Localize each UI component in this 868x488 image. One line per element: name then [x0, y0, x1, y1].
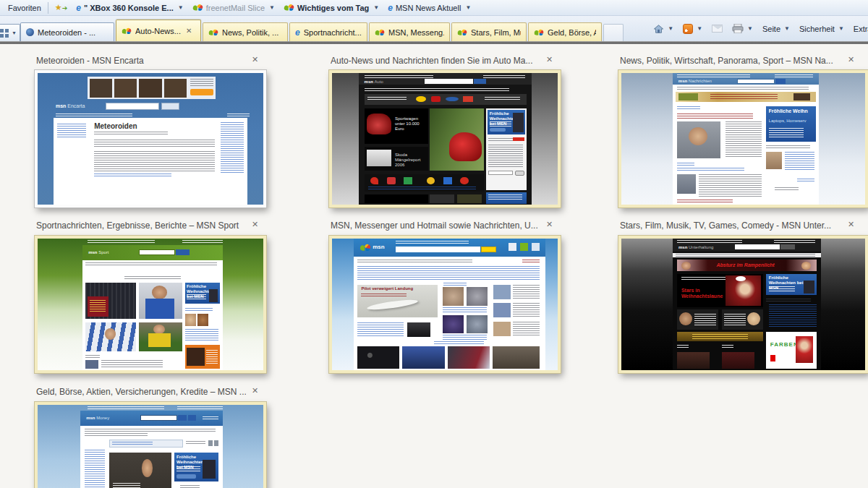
bottom-photo — [448, 346, 490, 369]
ad-button — [490, 128, 506, 132]
main-story: Stars in Weihnachtslaune — [677, 274, 763, 307]
page-menu-button[interactable]: Seite ▼ — [760, 23, 792, 35]
close-thumbnail-icon[interactable]: ✕ — [252, 220, 258, 229]
thumbnail-title: Sportnachrichten, Ergebnisse, Berichte –… — [36, 221, 246, 231]
section-label-decor — [443, 283, 467, 286]
quick-tab-thumbnail-sport[interactable]: msn Sport Fröhliche Weihnachten bei MS — [35, 236, 266, 373]
tab-meteoroiden[interactable]: Meteoroiden - ... — [20, 22, 114, 41]
photo-block — [164, 79, 187, 97]
tab-label: News, Politik, ... — [222, 28, 278, 37]
section-label-decor — [677, 106, 700, 110]
promo-box — [486, 192, 527, 204]
msn-ad-box: Fröhliche Weihnachten bei MSN — [488, 110, 525, 134]
read-mail-button[interactable] — [710, 23, 725, 34]
text-lines-decor — [785, 152, 814, 170]
feature-photo: Pleiten, Pech und Wirtschaftsjammer 2008 — [109, 453, 171, 488]
msn-ad-box: Fröhliche Weihnachten bei MSN — [185, 283, 220, 304]
quote-text-decor — [112, 442, 153, 445]
player-photo — [139, 283, 182, 319]
tab-label: Sportnachricht... — [304, 28, 362, 37]
thumbnail-title: Meteoroiden - MSN Encarta — [36, 56, 246, 66]
close-thumbnail-icon[interactable]: ✕ — [546, 55, 553, 64]
quick-tab-thumbnail-msn-home[interactable]: msn Pilot verweigert Landung — [329, 236, 561, 373]
rss-icon — [683, 24, 693, 34]
quick-tab-thumbnail-money[interactable]: msn Money Pleiten, Pech und Wirtschaftsj… — [35, 402, 266, 488]
security-menu-button[interactable]: Sicherheit ▼ — [797, 23, 846, 35]
tab-news-politik[interactable]: News, Politik, ... — [203, 22, 288, 41]
close-thumbnail-icon[interactable]: ✕ — [546, 220, 553, 229]
text-lines-decor — [94, 132, 168, 136]
main-headline: Stars in Weihnachtslaune — [681, 288, 725, 299]
tools-menu-button[interactable]: Extras — [851, 23, 868, 35]
favorite-item-xbox[interactable]: e " XBox 360 Konsole E... ▼ — [72, 1, 187, 15]
favorite-item-wichtiges[interactable]: Wichtiges vom Tag ▼ — [279, 1, 383, 15]
tab-label: Stars, Film, Mu... — [471, 28, 521, 37]
close-thumbnail-icon[interactable]: ✕ — [848, 55, 854, 64]
thumbnail-page: msn Auto Sportwagen unter 10.000 Euro Sk… — [332, 73, 558, 205]
toolbar-icon — [208, 440, 213, 446]
msn-ad-box: Fröhliche Weihn Laptops, Homeserv — [766, 106, 816, 142]
story-photo — [677, 174, 696, 194]
site-logo: msn — [373, 244, 384, 251]
thumbnail-title: Stars, Film, Musik, TV, Games, Comedy - … — [620, 221, 844, 231]
header-icon — [520, 243, 528, 251]
service-icon — [404, 177, 412, 185]
chevron-down-icon: ▼ — [838, 25, 844, 32]
photo-block — [114, 79, 137, 97]
overlay-text-decor — [113, 483, 140, 488]
caption-decor — [694, 314, 716, 325]
small-photo — [85, 360, 98, 369]
tab-msn-messenger[interactable]: MSN, Messeng... — [369, 22, 450, 41]
face-photo — [443, 315, 464, 333]
close-thumbnail-icon[interactable]: ✕ — [252, 55, 258, 64]
footer-photo — [365, 194, 428, 203]
quick-tabs-button[interactable]: ▾ — [0, 24, 20, 41]
tab-stars-film[interactable]: Stars, Film, Mu... — [451, 22, 527, 41]
overlay-text-decor — [90, 300, 106, 313]
msn-butterfly-icon — [457, 29, 467, 36]
face-decor — [105, 328, 116, 340]
nav-links-decor — [85, 262, 217, 265]
form-input — [488, 171, 513, 175]
red-car-photo — [449, 132, 482, 161]
teaser-headline: Skoda Mängelreport 2006 — [395, 153, 425, 168]
caption-decor — [724, 314, 746, 325]
tab-geld-boerse[interactable]: Geld, Börse, Ak... — [528, 22, 602, 41]
search-button — [481, 247, 496, 252]
tab-sportnachrichten[interactable]: e Sportnachricht... — [289, 22, 367, 41]
quick-tab-thumbnail-encarta[interactable]: msn Encarta Meteoroiden — [35, 70, 266, 207]
close-thumbnail-icon[interactable]: ✕ — [848, 220, 854, 229]
nav-links-decor — [365, 75, 433, 79]
thumbnail-page: msn Unterhaltung Absturz im Rampenlicht … — [621, 239, 865, 370]
nav-links-decor — [774, 240, 816, 244]
tab-close-icon[interactable]: ✕ — [186, 27, 192, 35]
favorite-item-freenetmail[interactable]: freenetMail Slice ▼ — [188, 1, 279, 15]
print-button[interactable]: ▼ — [730, 22, 755, 35]
show-banner: Absturz im Rampenlicht — [677, 260, 817, 271]
favorite-item-msn-news[interactable]: e MSN News Aktuell ▼ — [383, 1, 475, 15]
home-button[interactable]: ▼ — [651, 22, 676, 35]
story-text-decor — [726, 121, 762, 158]
nav-links-decor — [677, 240, 742, 244]
tab-label: Meteoroiden - ... — [38, 28, 95, 37]
orange-ad-box — [185, 345, 220, 369]
site-logo: msn Auto — [365, 80, 383, 85]
feeds-button[interactable]: ▼ — [681, 22, 705, 35]
mail-icon — [712, 25, 723, 33]
quick-tabs-grid-icon — [0, 29, 9, 38]
quick-tab-thumbnail-unterhaltung[interactable]: msn Unterhaltung Absturz im Rampenlicht … — [618, 236, 868, 373]
new-tab-button[interactable] — [603, 24, 624, 41]
toolbar-icon — [214, 440, 218, 446]
quick-tab-thumbnail-nachrichten[interactable]: msn Nachrichten Fröhliche Weihn Laptops,… — [618, 70, 868, 207]
page-body: msn Auto Sportwagen unter 10.000 Euro Sk… — [359, 73, 532, 205]
add-to-favorites-bar-button[interactable]: ★➔ — [51, 1, 72, 15]
search-button — [775, 79, 786, 83]
promo-text-decor — [357, 322, 404, 337]
section-label-decor — [180, 485, 200, 488]
close-thumbnail-icon[interactable]: ✕ — [252, 386, 258, 395]
tab-auto-news-active[interactable]: Auto-News... ✕ — [116, 20, 201, 41]
nav-links-decor — [227, 114, 250, 117]
favorites-button[interactable]: Favoriten — [4, 1, 46, 15]
icon-captions-decor — [368, 187, 476, 189]
quick-tab-thumbnail-auto[interactable]: msn Auto Sportwagen unter 10.000 Euro Sk… — [329, 70, 561, 207]
